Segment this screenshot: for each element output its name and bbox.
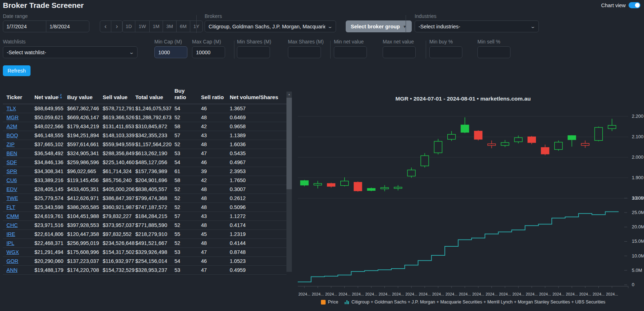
table-row: SDF$34,846,136$259,986,596$225,140,460$4…	[3, 158, 286, 167]
ticker-link[interactable]: CU6	[6, 177, 17, 183]
max-net-value-input[interactable]	[383, 46, 416, 58]
ticker-link[interactable]: ZIP	[6, 141, 15, 147]
divider	[330, 41, 331, 59]
date-start-input[interactable]: 1/7/2024	[3, 21, 46, 32]
candle-2024-07-22	[501, 140, 509, 147]
table-cell: 1.0523	[226, 258, 286, 264]
ticker-link[interactable]: SDF	[6, 159, 17, 165]
date-end-input[interactable]: 1/8/2024	[46, 21, 89, 32]
table-row: CHC$23,971,516$397,928,553$373,957,037$7…	[3, 221, 286, 230]
column-header-ticker[interactable]: Ticker	[3, 94, 31, 101]
table-cell: 0.8748	[226, 249, 286, 255]
table-cell: $619,366,526	[99, 115, 132, 120]
candle-2024-07-03	[327, 183, 335, 188]
next-period-button[interactable]: ›	[111, 21, 122, 32]
table-cell: $194,251,894	[64, 133, 99, 138]
price-volume-chart[interactable]: 2.2002.1002.0001.9001.80030.0M25.0M20.0M…	[294, 101, 644, 297]
candle-2024-08-01	[608, 119, 616, 131]
table-cell: $433,405,351	[64, 186, 99, 192]
ticker-link[interactable]: CMM	[6, 213, 19, 219]
min-cap-input[interactable]: 1000	[154, 46, 187, 58]
column-header-buy-value[interactable]: Buy value	[64, 94, 99, 101]
legend-item-brokers[interactable]: Citigroup + Goldman Sachs + J.P. Morgan …	[345, 300, 605, 305]
ticker-link[interactable]: CHC	[6, 222, 18, 228]
table-row: TLX$88,649,955$667,362,746$578,712,791$1…	[3, 104, 286, 113]
ticker-link[interactable]: GOR	[6, 258, 18, 264]
scroll-up-icon[interactable]: ▲	[286, 92, 292, 97]
watchlist-select[interactable]: -Select watchlist- ⌄	[3, 46, 137, 58]
column-header-total-value[interactable]: Total value	[132, 94, 171, 101]
prev-period-button[interactable]: ‹	[100, 21, 111, 32]
price-swatch-icon	[321, 300, 326, 305]
period-button-1w[interactable]: 1W	[135, 21, 149, 32]
table-cell: $397,928,553	[64, 222, 99, 228]
table-row: SPR$34,308,341$96,022,665$61,714,324$157…	[3, 167, 286, 176]
x-axis-label: 2024...	[365, 292, 377, 296]
chart-view-toggle[interactable]	[629, 2, 640, 8]
table-cell: 0.2612	[226, 195, 286, 201]
table-cell: $373,957,037	[99, 222, 132, 228]
chevron-left-icon: ‹	[104, 23, 107, 30]
x-axis-label: 2024...	[352, 292, 364, 296]
min-shares-label: Min Shares (M)	[237, 39, 271, 45]
column-header-sell-ratio[interactable]: Sell ratio	[197, 94, 226, 101]
period-button-1d[interactable]: 1D	[122, 21, 135, 32]
max-shares-input[interactable]	[288, 46, 321, 58]
x-axis-label: 2024...	[459, 292, 471, 296]
ticker-link[interactable]: BEN	[6, 150, 17, 156]
min-net-value-input[interactable]	[334, 46, 367, 58]
industries-select[interactable]: -Select industries- ⌄	[415, 20, 539, 32]
table-cell: $360,921,987	[99, 204, 132, 210]
ticker-link[interactable]: FLT	[6, 204, 15, 210]
candle-2024-07-29	[568, 135, 576, 147]
x-axis-label: 2024...	[566, 292, 578, 296]
select-broker-group-button[interactable]: Select broker group ▼	[346, 20, 412, 32]
min-buy-pct-input[interactable]	[429, 46, 462, 58]
brokers-select[interactable]: Citigroup, Goldman Sachs, J.P. Morgan, M…	[205, 20, 336, 32]
table-row: EDV$28,405,145$433,405,351$405,000,206$8…	[3, 185, 286, 194]
table-cell: $137,223,037	[64, 258, 99, 264]
ticker-link[interactable]: EDV	[6, 186, 17, 192]
chevron-down-icon: ⌄	[327, 24, 333, 29]
ticker-link[interactable]: TLX	[6, 106, 16, 111]
table-scrollbar[interactable]: ▲	[286, 92, 292, 272]
table-cell: $25,343,598	[31, 204, 64, 210]
column-header-sell-value[interactable]: Sell value	[99, 94, 132, 101]
table-cell: 57	[171, 133, 197, 138]
ticker-link[interactable]: ANN	[6, 267, 18, 273]
table-cell: 0.4144	[226, 240, 286, 246]
column-header-net-volume-shares[interactable]: Net volume/Shares	[226, 94, 286, 101]
min-sell-pct-input[interactable]	[477, 46, 510, 58]
volume-axis-label: 5.0M	[632, 268, 642, 273]
table-cell: 0.4959	[226, 267, 286, 273]
legend-item-price[interactable]: Price	[321, 300, 338, 305]
column-header-buy-ratio[interactable]: Buy ratio	[171, 88, 197, 101]
max-cap-input[interactable]: 10000	[192, 46, 225, 58]
ticker-link[interactable]: SPR	[6, 168, 17, 174]
period-button-1m[interactable]: 1M	[150, 21, 163, 32]
sort-descending-icon[interactable]: ↓ZA	[57, 93, 62, 99]
ticker-link[interactable]: A2M	[6, 124, 17, 129]
period-button-3m[interactable]: 3M	[163, 21, 177, 32]
table-cell: $234,526,648	[99, 240, 132, 246]
ticker-link[interactable]: MGR	[6, 115, 19, 120]
period-button-6m[interactable]: 6M	[177, 21, 190, 32]
ticker-link[interactable]: WGX	[6, 249, 19, 255]
refresh-button[interactable]: Refresh	[3, 65, 31, 76]
table-row: CMM$24,619,761$104,451,988$79,832,227$18…	[3, 212, 286, 221]
table-cell: 2.3953	[226, 168, 286, 174]
table-cell: 48	[197, 222, 226, 228]
min-shares-input[interactable]	[237, 46, 270, 58]
chart-view-control: Chart view	[601, 2, 641, 8]
table-cell: 42	[197, 177, 226, 183]
ticker-link[interactable]: IPL	[6, 240, 14, 246]
x-axis-label: 2024...	[552, 292, 565, 296]
table-cell: 0.4174	[226, 222, 286, 228]
ticker-link[interactable]: IRE	[6, 231, 15, 237]
candle-2024-07-18	[474, 130, 482, 141]
ticker-link[interactable]: BOQ	[6, 133, 18, 138]
scrollbar-thumb[interactable]	[286, 98, 292, 189]
table-cell: 43	[197, 133, 226, 138]
ticker-link[interactable]: TWE	[6, 195, 18, 201]
table-cell: $259,986,596	[64, 159, 99, 165]
